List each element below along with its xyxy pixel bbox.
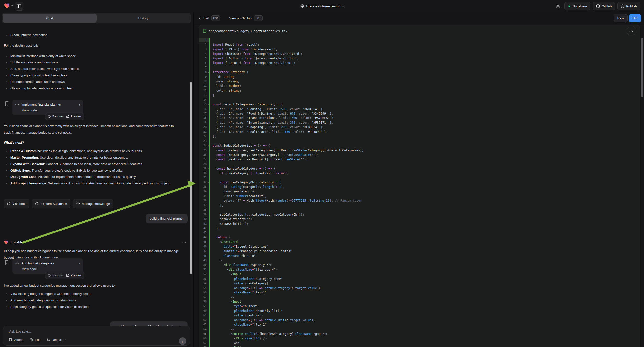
project-globe-icon — [300, 4, 304, 8]
bookmark-icon[interactable] — [5, 260, 9, 265]
mode-select[interactable]: Default — [46, 338, 66, 342]
view-code-link[interactable]: View code — [22, 267, 80, 271]
design-list: Minimalist interface with plenty of whit… — [4, 53, 183, 92]
list-item: Debug with Ease: Activate our experiment… — [4, 174, 180, 180]
edit-button[interactable]: Edit — [29, 338, 40, 342]
line-number: 7 — [199, 66, 210, 70]
visit-docs-button[interactable]: Visit docs — [4, 199, 29, 208]
explore-supabase-button[interactable]: Explore Supabase — [32, 199, 70, 208]
code-line: 37 }; — [199, 203, 640, 208]
bookmark-icon[interactable] — [5, 101, 9, 106]
attach-button[interactable]: Attach — [9, 338, 24, 342]
list-item: Glass-morphic elements for a premium fee… — [4, 85, 183, 92]
code-line: 5import { Button } from '@/components/ui… — [199, 56, 640, 61]
manage-knowledge-button[interactable]: Manage knowledge — [73, 199, 113, 208]
code-line: 64 /> — [199, 327, 640, 332]
send-button[interactable]: ↑ — [179, 337, 186, 345]
line-number: 51 — [199, 267, 210, 272]
file-path-row[interactable]: src/components/budget/BudgetCategories.t… — [199, 25, 640, 37]
fold-chevron-icon[interactable]: ∨ — [208, 70, 209, 75]
project-switcher[interactable]: financial-future-creator — [300, 0, 344, 12]
preview-button[interactable]: Preview — [66, 115, 82, 118]
g-key-badge: G — [254, 16, 263, 21]
project-chevron-down-icon — [342, 6, 344, 7]
code-line: 11 limit: number; — [199, 84, 640, 88]
ready-paragraph: Your sleek financial planner is now read… — [4, 123, 179, 136]
code-line: 19 { id: '4', name: 'Entertainment', lim… — [199, 120, 640, 125]
chat-input[interactable] — [9, 329, 159, 337]
preview-button[interactable]: Preview — [66, 274, 82, 277]
line-number: 12 — [199, 88, 210, 93]
line-number: 68 — [199, 345, 210, 347]
code-line: 7 — [199, 66, 640, 70]
code-line: 23 — [199, 139, 640, 144]
code-line: 2import React from 'react'; — [199, 42, 640, 47]
list-item: Refine & Customize: Tweak the design, an… — [4, 148, 180, 154]
action-buttons-row: Visit docs Explore Supabase Manage knowl… — [4, 199, 113, 208]
raw-toggle-button[interactable]: Raw — [614, 14, 628, 22]
code-line: 56 className="flex-1" — [199, 290, 640, 295]
fold-chevron-icon[interactable]: ∨ — [208, 180, 209, 185]
code-line: 21 { id: '6', name: 'Healthcare', limit:… — [199, 130, 640, 134]
view-on-github-button[interactable]: View on GitHub — [229, 16, 252, 20]
fold-chevron-icon[interactable]: ∨ — [208, 144, 209, 148]
code-line: 47 subtitle="Manage your spending limits… — [199, 249, 640, 254]
line-number: 6 — [199, 61, 210, 65]
settings-gear-icon[interactable] — [556, 4, 560, 9]
logo-chevron-down-icon[interactable] — [11, 5, 14, 6]
code-line: 13} — [199, 93, 640, 97]
code-editor[interactable]: 12import React from 'react';3import { Pl… — [199, 36, 640, 347]
restore-button[interactable]: Restore — [48, 274, 63, 277]
chat-scrollbar[interactable] — [190, 82, 192, 274]
line-number: 21 — [199, 130, 210, 134]
message-menu-icon[interactable]: ⋯ — [182, 240, 186, 245]
github-button[interactable]: GitHub — [593, 2, 615, 10]
diff-toggle-button[interactable]: Diff — [629, 14, 641, 22]
view-code-link[interactable]: View code — [22, 108, 80, 112]
code-line: 48 className="h-auto" — [199, 254, 640, 258]
lovable-logo-icon[interactable] — [4, 3, 10, 9]
line-number: 42 — [199, 226, 210, 230]
code-line: 24∨const BudgetCategories = () => { — [199, 144, 640, 148]
github-icon — [596, 4, 600, 8]
code-line: 46 title="Budget Categories" — [199, 244, 640, 249]
line-number: 47 — [199, 249, 210, 254]
code-line: 16 { id: '1', name: 'Housing', limit: 15… — [199, 107, 640, 111]
code-line: 57 /> — [199, 295, 640, 300]
exit-button[interactable]: Exit — [204, 16, 209, 20]
line-number: 43 — [199, 230, 210, 235]
code-line: 30 if (!newCategory || !newLimit) return… — [199, 171, 640, 176]
version-card-implement-financial-planner[interactable]: <> Implement financial planner › View co… — [12, 100, 83, 115]
publish-button[interactable]: Publish — [617, 2, 640, 10]
assistant-header: Lovable ⋯ — [4, 240, 186, 245]
collapse-file-button[interactable] — [627, 27, 636, 35]
restore-button[interactable]: Restore — [48, 115, 63, 118]
fold-chevron-icon[interactable]: ∨ — [208, 102, 209, 107]
code-view-header: Exit ESC View on GitHub G Raw Diff — [194, 12, 644, 24]
code-line: 35 limit: Number(newLimit), — [199, 194, 640, 198]
fold-chevron-icon[interactable]: ∨ — [208, 166, 209, 171]
list-item: Each category gets a unique color for vi… — [4, 304, 183, 310]
version-card-add-budget-categories[interactable]: <> Add budget categories › View code — [12, 258, 83, 274]
supabase-button[interactable]: Supabase — [564, 2, 590, 10]
code-line: 50 <div className="space-y-6"> — [199, 262, 640, 267]
code-line: 17 { id: '2', name: 'Food & Dining', lim… — [199, 111, 640, 116]
tab-history[interactable]: History — [96, 14, 190, 23]
code-line: 1 — [199, 38, 640, 42]
tab-chat[interactable]: Chat — [3, 14, 96, 23]
sidebar-toggle-button[interactable] — [15, 2, 24, 11]
line-number: 26 — [199, 152, 210, 157]
code-line: 14 — [199, 98, 640, 102]
list-item: Expand with Backend: Connect Supabase to… — [4, 161, 180, 167]
line-number: 53 — [199, 276, 210, 281]
chat-bubble-icon — [35, 202, 38, 205]
code-line: 52 <Input — [199, 272, 640, 276]
line-number: 16 — [199, 107, 210, 111]
line-number: 23 — [199, 139, 210, 144]
code-scrollbar[interactable] — [641, 38, 643, 97]
chevron-right-icon: › — [79, 261, 80, 265]
line-number: 14 — [199, 98, 210, 102]
tail-bullet-list: Clean, intuitive navigation — [4, 32, 183, 38]
code-line: 39 setCategories([...categories, newCate… — [199, 212, 640, 217]
whats-next-heading: What's next? — [4, 140, 24, 146]
